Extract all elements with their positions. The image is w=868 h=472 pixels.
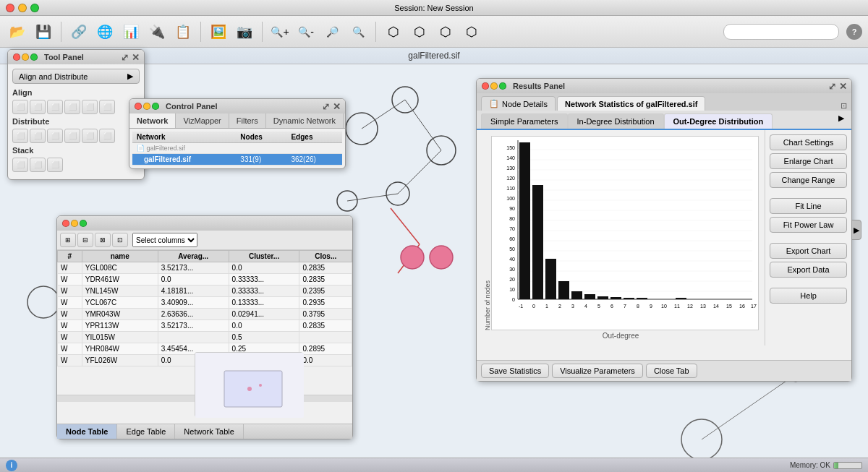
subtab-more[interactable]: ▶ xyxy=(835,111,847,129)
help-button[interactable]: Help xyxy=(770,288,847,304)
table-row[interactable]: WYNL145W4.18181...0.33333...0.2395 xyxy=(58,286,352,297)
nt-icon3[interactable]: ⊠ xyxy=(95,233,111,247)
cp-detach[interactable]: ⤢ xyxy=(322,102,330,111)
tool-panel-max[interactable] xyxy=(30,53,38,61)
align-center-icon[interactable]: ⬜ xyxy=(30,100,46,114)
open-folder-icon[interactable]: 📂 xyxy=(6,20,29,43)
stack-3-icon[interactable]: ⬜ xyxy=(47,158,63,172)
dist-h-icon[interactable]: ⬜ xyxy=(12,129,28,143)
change-range-button[interactable]: Change Range xyxy=(770,172,847,188)
fit-line-button[interactable]: Fit Line xyxy=(770,198,847,214)
rp-max[interactable] xyxy=(499,82,506,90)
visualize-parameters-button[interactable]: Visualize Parameters xyxy=(552,364,643,378)
nt-close[interactable] xyxy=(62,220,69,227)
nt-icon4[interactable]: ⊡ xyxy=(112,233,128,247)
camera-icon[interactable]: 📷 xyxy=(233,20,256,43)
align-right-icon[interactable]: ⬜ xyxy=(47,100,63,114)
dist-h2-icon[interactable]: ⬜ xyxy=(30,129,46,143)
chart-settings-button[interactable]: Chart Settings xyxy=(770,134,847,150)
zoom-out-icon[interactable]: 🔍- xyxy=(294,20,318,43)
dist-v-icon[interactable]: ⬜ xyxy=(64,129,80,143)
stack-1-icon[interactable]: ⬜ xyxy=(12,158,28,172)
rp-resize[interactable]: ⊡ xyxy=(841,101,847,111)
subtab-in-degree[interactable]: In-Degree Distribution xyxy=(568,113,664,129)
dist-v3-icon[interactable]: ⬜ xyxy=(99,129,115,143)
dist-v2-icon[interactable]: ⬜ xyxy=(82,129,98,143)
table-row[interactable]: WYIL015W0.5 xyxy=(58,332,352,343)
network-icon[interactable]: 🔗 xyxy=(67,20,90,43)
window-controls[interactable] xyxy=(6,4,39,12)
tool-panel-titlebar[interactable]: Tool Panel ⤢ ✕ xyxy=(8,50,144,64)
tab-network-table[interactable]: Network Table xyxy=(175,424,244,439)
tab-dynamic-network[interactable]: Dynamic Network xyxy=(266,113,344,128)
stack-2-icon[interactable]: ⬜ xyxy=(30,158,46,172)
align-bottom-icon[interactable]: ⬜ xyxy=(99,100,115,114)
table-row[interactable]: WYPR113W3.52173...0.00.2835 xyxy=(58,320,352,332)
subtab-out-degree[interactable]: Out-Degree Distribution xyxy=(664,113,773,129)
cp-x[interactable]: ✕ xyxy=(333,102,341,111)
enlarge-chart-button[interactable]: Enlarge Chart xyxy=(770,153,847,169)
close-tab-button[interactable]: Close Tab xyxy=(646,364,697,378)
tab-edge-table[interactable]: Edge Table xyxy=(117,424,175,439)
table-row[interactable]: WYMR043W2.63636...0.02941...0.3795 xyxy=(58,309,352,320)
fit-power-law-button[interactable]: Fit Power Law xyxy=(770,217,847,233)
tab-node-table[interactable]: Node Table xyxy=(57,424,117,439)
results-collapse-btn[interactable]: ▶ xyxy=(851,220,861,240)
graph-icon4[interactable]: ⬡ xyxy=(460,20,483,43)
nt-icon1[interactable]: ⊞ xyxy=(60,233,76,247)
tab-vizmapper[interactable]: VizMapper xyxy=(176,113,229,128)
graph-icon1[interactable]: ⬡ xyxy=(382,20,405,43)
graph-icon3[interactable]: ⬡ xyxy=(434,20,457,43)
table-icon[interactable]: 📊 xyxy=(119,20,142,43)
network-row-selected[interactable]: galFiltered.sif 331(9) 362(26) xyxy=(132,154,342,166)
control-panel-titlebar[interactable]: Control Panel ⤢ ✕ xyxy=(129,99,345,113)
tab-network-stats[interactable]: Network Statistics of galFiltered.sif xyxy=(557,96,705,111)
maximize-btn[interactable] xyxy=(30,4,39,12)
export-icon[interactable]: 🖼️ xyxy=(207,20,230,43)
tool-panel-min[interactable] xyxy=(22,53,29,61)
rp-close[interactable] xyxy=(482,82,489,90)
zoom-in-icon[interactable]: 🔍+ xyxy=(268,20,292,43)
web-icon[interactable]: 🌐 xyxy=(93,20,116,43)
col-select[interactable]: Select columns xyxy=(132,233,197,247)
export-data-button[interactable]: Export Data xyxy=(770,262,847,278)
close-btn[interactable] xyxy=(6,4,14,12)
network-row-parent[interactable]: 📄 galFiltered.sif xyxy=(132,143,342,154)
minimize-btn[interactable] xyxy=(18,4,27,12)
plugin-icon[interactable]: 🔌 xyxy=(145,20,169,43)
graph-icon2[interactable]: ⬡ xyxy=(408,20,431,43)
nt-icon2[interactable]: ⊟ xyxy=(77,233,93,247)
table-row[interactable]: WYCL067C3.40909...0.13333...0.2935 xyxy=(58,297,352,309)
tool-panel-close[interactable] xyxy=(13,53,20,61)
save-icon[interactable]: 💾 xyxy=(32,20,55,43)
align-mid-icon[interactable]: ⬜ xyxy=(82,100,98,114)
cp-min[interactable] xyxy=(143,103,150,110)
subtab-simple[interactable]: Simple Parameters xyxy=(481,113,568,129)
layout-icon[interactable]: 📋 xyxy=(171,20,195,43)
rp-x[interactable]: ✕ xyxy=(839,82,847,91)
table-row[interactable]: WYGL008C3.52173...0.00.2835 xyxy=(58,262,352,274)
tab-network[interactable]: Network xyxy=(129,113,176,128)
align-top-icon[interactable]: ⬜ xyxy=(64,100,80,114)
cp-max[interactable] xyxy=(152,103,159,110)
tool-panel-detach[interactable]: ⤢ xyxy=(121,53,129,62)
tab-node-details[interactable]: 📋 Node Details xyxy=(481,96,556,111)
search-input[interactable] xyxy=(723,24,839,40)
zoom-fit-icon[interactable]: 🔎 xyxy=(320,20,344,43)
save-statistics-button[interactable]: Save Statistics xyxy=(481,364,549,378)
table-row[interactable]: WYDR461W0.00.33333...0.2835 xyxy=(58,274,352,286)
col-selector-dropdown[interactable]: Select columns xyxy=(132,233,197,247)
zoom-reset-icon[interactable]: 🔍 xyxy=(346,20,370,43)
rp-min[interactable] xyxy=(490,82,498,90)
nt-max[interactable] xyxy=(80,220,87,227)
export-chart-button[interactable]: Export Chart xyxy=(770,243,847,259)
nt-min[interactable] xyxy=(71,220,78,227)
tab-filters[interactable]: Filters xyxy=(229,113,266,128)
align-left-icon[interactable]: ⬜ xyxy=(12,100,28,114)
dist-h3-icon[interactable]: ⬜ xyxy=(47,129,63,143)
align-distribute-button[interactable]: Align and Distribute ▶ xyxy=(12,69,140,84)
nt-titlebar[interactable] xyxy=(57,216,352,231)
results-titlebar[interactable]: Results Panel ⤢ ✕ xyxy=(477,79,851,93)
help-icon[interactable]: ? xyxy=(846,24,862,40)
rp-detach[interactable]: ⤢ xyxy=(828,82,836,91)
